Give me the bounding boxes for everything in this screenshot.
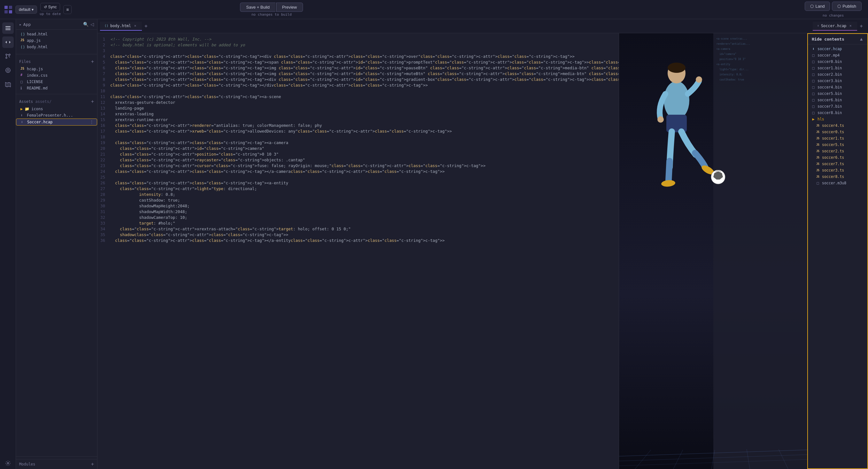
content-item[interactable]: □soccer1.bin [808,65,867,71]
content-item[interactable]: JSsoccer5.ts [808,142,867,148]
content-item[interactable]: □soccer5.bin [808,90,867,97]
content-item[interactable]: JSsoccer0.ts [808,129,867,135]
publish-label: Publish [842,4,856,9]
content-item[interactable]: ▶hls [808,116,867,122]
file-name: body.html [27,45,94,49]
content-item[interactable]: ⬇soccer.hcap [808,46,867,52]
editor-split: 1<!-- Copyright (c) 2023 8th Wall, Inc. … [97,33,868,469]
land-button[interactable]: ⬡ Land [805,2,830,11]
folder-item-icons[interactable]: ▶ 📁 icons [16,106,97,112]
svg-point-20 [696,76,702,83]
file-name: Soccer.hcap [27,120,88,124]
file-name: hcap.js [27,67,94,71]
menu-icon: ≡ [66,7,69,12]
svg-line-26 [619,450,807,456]
line-number: 8 [97,77,110,83]
file-menu-button[interactable]: ⋮ [90,120,94,124]
sidebar-item-settings[interactable] [2,458,14,469]
folder-icon: ▶ [21,107,23,111]
sidebar-item-target[interactable] [2,65,14,76]
add-file-button[interactable]: + [91,59,94,65]
line-code: shadowclass="class="c-string">c-attr">cl… [110,232,288,238]
code-editor[interactable]: 1<!-- Copyright (c) 2023 8th Wall, Inc. … [97,33,619,469]
file-item-body-html[interactable]: ⟨⟩ body.html [16,44,97,50]
collapse-contents-button[interactable]: ▲ [859,36,864,41]
js-icon: JS [815,175,820,179]
line-code: class="class="c-string">c-attr">class="c… [110,59,619,65]
collapse-panel-button[interactable]: ◁ [90,22,94,27]
js-icon: JS [815,143,820,147]
content-item[interactable]: □soccer3.bin [808,77,867,84]
content-item[interactable]: JSsoccer8.ts [808,174,867,180]
code-line: 30 shadowMapHeight:2048; [97,203,619,209]
topbar: default ▾ ↺ Sync up to date ≡ Save + Bui… [0,0,868,19]
divider [16,54,97,54]
line-code: class="class="c-string">c-attr">class="c… [110,65,619,71]
line-number: 13 [97,105,110,111]
line-number: 34 [97,226,110,232]
file-item-index-css[interactable]: # index.css [16,72,97,79]
line-code: shadowMapWidth:2048; [110,209,187,215]
file-item-soccer-hcap[interactable]: ⬇ Soccer.hcap ⋮ [16,119,97,126]
content-item-label: soccer4.bin [817,85,864,90]
sidebar-item-code[interactable] [2,36,14,48]
preview-button[interactable]: Preview [276,3,303,12]
content-item[interactable]: □soccer8.bin [808,110,867,116]
content-item-label: soccer.mp4 [817,53,864,58]
file-item-hcap-js[interactable]: JS hcap.js [16,66,97,72]
tab-add-button-2[interactable]: + [857,22,865,30]
code-line: 22 class="class="c-string">c-attr">rayca… [97,157,619,163]
tab-add-button[interactable]: + [142,22,150,30]
tab-body-html[interactable]: ⟨⟩ body.html ✕ [100,22,142,31]
sidebar-item-layers[interactable] [2,22,14,34]
line-code [110,134,113,140]
save-build-button[interactable]: Save + Build [240,3,275,12]
code-line: 29 castShadow: true; [97,197,619,203]
menu-button[interactable]: ≡ [63,5,71,14]
sidebar-item-git[interactable] [2,51,14,62]
content-item[interactable]: □soccer2.bin [808,71,867,77]
tab-close-button[interactable]: ✕ [848,24,852,28]
content-item[interactable]: □soccer4.bin [808,84,867,90]
content-item[interactable]: JSsoccer3.ts [808,167,867,174]
preview-pane: <a-scene xrextras... renderer="antialias… [619,33,807,469]
sync-button[interactable]: ↺ Sync [40,3,60,11]
content-item[interactable]: JSsoccer1.ts [808,135,867,142]
file-item-readme[interactable]: ℹ README.md [16,85,97,91]
content-item[interactable]: □soccer6.bin [808,97,867,103]
bin-icon: □ [811,104,815,108]
file-item-license[interactable]: □ LICENSE [16,79,97,85]
content-item[interactable]: JSsoccer7.ts [808,161,867,167]
content-item[interactable]: □soccer7.bin [808,103,867,110]
tab-soccer-hcap[interactable]: ⬇ Soccer.hcap ✕ [813,22,858,31]
content-item[interactable]: □soccer0.bin [808,59,867,65]
svg-line-33 [778,449,788,469]
file-item-female-presenter[interactable]: ⬇ FemalePresenter.h... [16,112,97,119]
line-number: 36 [97,238,110,244]
content-item[interactable]: JSsoccer2.ts [808,148,867,154]
content-item[interactable]: JSsoccer6.ts [808,154,867,161]
tab-close-button[interactable]: ✕ [133,24,137,28]
add-module-button[interactable]: + [91,461,94,467]
content-item[interactable]: □soccer.mp4 [808,52,867,59]
svg-point-21 [657,116,664,123]
content-item-label: soccer3.bin [817,79,864,83]
content-item[interactable]: JSsoccer4.ts [808,122,867,129]
hcap-icon: ⬇ [811,46,815,51]
line-number: 3 [97,48,110,54]
code-line: 27 class="class="c-string">c-attr">light… [97,186,619,192]
code-line: 1<!-- Copyright (c) 2023 8th Wall, Inc. … [97,36,619,42]
tab-icon: ⟨⟩ [104,24,108,28]
file-item-app-js[interactable]: JS app.js [16,37,97,44]
line-code: xrextras-gesture-detector [110,100,175,105]
file-item-head-html[interactable]: ⟨⟩ head.html [16,31,97,37]
add-asset-button[interactable]: + [91,99,94,104]
files-section-header: Files + [16,57,97,66]
sidebar-item-map[interactable] [2,79,14,90]
content-item-label: soccer.hcap [817,46,864,51]
content-item[interactable]: □soccer.m3u8 [808,180,867,186]
code-line: 15 xrextras-runtime-error [97,117,619,123]
search-button[interactable]: 🔍 [83,22,89,27]
branch-button[interactable]: default ▾ [16,5,37,14]
publish-button[interactable]: ⬡ Publish [832,2,862,11]
